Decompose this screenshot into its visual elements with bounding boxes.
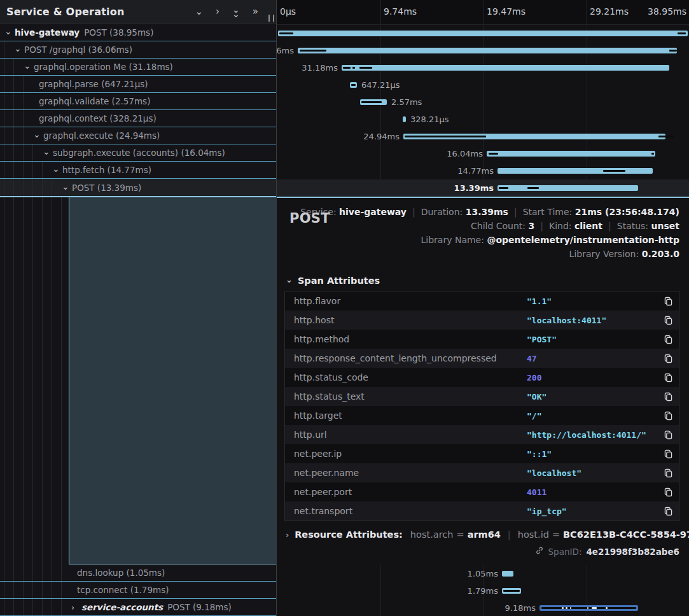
copy-value-button[interactable] [657,316,679,325]
tree-row[interactable]: dns.lookup (1.05ms) [0,564,276,582]
span-attributes-toggle[interactable]: ⌄ Span Attributes [286,276,679,286]
resource-attributes-toggle[interactable]: › Resource Attributes: host.arch=arm64|h… [286,529,679,540]
attribute-key: http.flavor [285,296,527,306]
ruler-tick-line [484,0,484,24]
resource-attributes-title: Resource Attributes: [295,529,403,540]
copy-icon [664,392,673,402]
copy-value-button[interactable] [657,297,679,306]
span-bar-row[interactable]: 36.06ms [277,42,689,59]
span-bar-row[interactable]: 1.05ms [277,565,689,582]
expand-all-icon[interactable]: » [253,7,258,17]
span-duration-bar[interactable] [342,65,669,71]
tree-row[interactable]: graphql.validate (2.57ms) [0,93,276,110]
span-bar-row[interactable]: 14.77ms [277,162,689,179]
meta-value: 3 [529,221,535,231]
span-duration-label: 1.79ms [468,586,498,596]
resource-separator: | [508,529,511,540]
tree-row[interactable]: ⌄POST (13.39ms) [0,179,276,196]
child-span-mark [658,136,674,137]
span-duration-bar[interactable] [502,571,513,577]
collapse-one-icon[interactable]: ⌄ [195,7,204,17]
span-detail-panel: POST Service: hive-gateway|Duration: 13.… [277,197,689,565]
span-bar-row[interactable]: 31.18ms [277,59,689,76]
detail-meta-line: Child Count: 3|Kind: client|Status: unse… [284,221,679,232]
span-duration-label: 16.04ms [447,149,483,158]
copy-value-button[interactable] [657,487,679,497]
span-duration-bar[interactable] [498,168,653,174]
span-duration-bar[interactable] [403,116,406,122]
attribute-value: "localhost" [527,468,657,478]
copy-value-button[interactable] [657,335,679,344]
resource-key: host.id [518,529,549,540]
span-duration-bar[interactable] [487,151,655,157]
chevron-right-icon: › [286,530,289,540]
span-bar-row[interactable]: 9.18ms [277,599,689,616]
copy-value-button[interactable] [657,354,679,363]
span-bar-row[interactable]: 16.04ms [277,145,689,162]
span-bar-row[interactable]: 13.39ms [277,179,689,197]
attribute-key: http.method [285,334,527,344]
child-span-mark [527,187,539,189]
chevron-down-icon[interactable]: ⌄ [52,164,62,174]
copy-value-button[interactable] [657,507,679,516]
copy-value-button[interactable] [657,373,679,382]
attribute-row: http.status_code200 [285,368,679,387]
span-duration-bar[interactable] [498,185,638,191]
span-duration-label: 14.77ms [457,166,494,176]
tree-row[interactable]: ⌄POST /graphql (36.06ms) [0,41,276,59]
equals-sign: = [552,529,560,540]
chevron-down-icon[interactable]: ⌄ [42,146,53,157]
expand-one-icon[interactable]: › [216,7,219,17]
meta-separator: | [412,207,415,217]
copy-value-button[interactable] [657,430,679,440]
span-bar-row[interactable] [277,25,689,42]
meta-separator: | [540,221,543,231]
copy-icon [664,354,673,363]
chevron-down-icon[interactable]: ⌄ [13,43,24,53]
tree-row[interactable]: ⌄http.fetch (14.77ms) [0,162,276,179]
span-duration-bar[interactable] [278,31,688,36]
span-attributes-title: Span Attributes [298,276,380,286]
indent-guides [4,41,13,58]
tree-toolbar: ⌄ › ⌄⌄ » [195,7,259,17]
link-icon[interactable] [535,546,544,557]
tree-row[interactable]: ⌄subgraph.execute (accounts) (16.04ms) [0,144,276,162]
copy-value-button[interactable] [657,411,679,421]
span-duration-bar[interactable] [298,48,677,53]
attribute-key: http.status_text [285,391,527,402]
child-span-mark-light [570,607,571,609]
span-bar-row[interactable]: 328.21μs [277,111,689,128]
tree-row[interactable]: ⌄graphql.execute (24.94ms) [0,127,276,144]
copy-icon [664,468,673,478]
copy-value-button[interactable] [657,449,679,459]
meta-value: client [574,221,602,231]
operation-name: graphql.parse (647.21μs) [39,79,148,89]
collapse-all-icon[interactable]: ⌄⌄ [232,8,240,17]
tree-row[interactable]: graphql.parse (647.21μs) [0,76,276,93]
chevron-down-icon[interactable]: ⌄ [4,26,15,36]
tree-row[interactable]: tcp.connect (1.79ms) [0,582,276,599]
meta-label: Duration: [421,207,466,217]
tree-row[interactable]: ⌄hive-gatewayPOST (38.95ms) [0,24,276,41]
tree-row[interactable]: ›service-accountsPOST (9.18ms) [0,599,276,616]
copy-icon [664,449,673,459]
chevron-down-icon[interactable]: ⌄ [32,129,43,139]
span-bar-row[interactable]: 647.21μs [277,76,689,94]
chevron-right-icon[interactable]: › [71,603,81,612]
indent-guides [4,582,71,598]
span-bar-row[interactable]: 2.57ms [277,94,689,111]
chevron-down-icon[interactable]: ⌄ [61,181,72,192]
attribute-key: http.status_code [285,372,527,382]
tree-row[interactable]: ⌄graphql.operation Me (31.18ms) [0,59,276,76]
attribute-value: "OK" [527,392,657,402]
copy-value-button[interactable] [657,468,679,478]
column-resize-handle[interactable] [268,15,274,22]
attribute-value: "1.1" [527,297,657,306]
chevron-down-icon[interactable]: ⌄ [23,60,34,71]
tree-row[interactable]: graphql.context (328.21μs) [0,110,276,127]
resource-value: arm64 [468,529,501,540]
indent-guides [4,93,32,109]
span-bar-row[interactable]: 24.94ms [277,128,689,145]
copy-value-button[interactable] [657,392,679,402]
span-bar-row[interactable]: 1.79ms [277,582,689,599]
